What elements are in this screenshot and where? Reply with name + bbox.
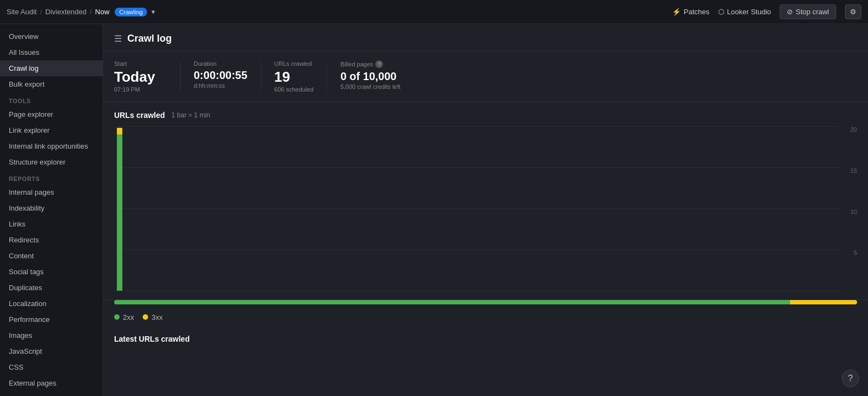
sidebar-item-internal-link-opp[interactable]: Internal link opportunities xyxy=(0,138,103,154)
sidebar-item-internal-pages[interactable]: Internal pages xyxy=(0,184,103,200)
breadcrumb: Site Audit / Diviextended / Now Crawling… xyxy=(7,8,155,16)
sidebar-item-external-pages[interactable]: External pages xyxy=(0,375,103,391)
stat-duration: Duration 0:00:00:55 d:hh:mm:ss xyxy=(180,60,261,93)
grid-line-0 xyxy=(114,291,839,291)
legend-dot-2xx xyxy=(114,314,120,320)
stat-start-label: Start xyxy=(114,60,167,67)
content-area: ☰ Crawl log Start Today 07:19 PM Duratio… xyxy=(103,24,868,396)
stat-duration-sub: d:hh:mm:ss xyxy=(194,82,247,89)
chart-subtitle: 1 bar = 1 min xyxy=(172,111,210,119)
legend-label-2xx: 2xx xyxy=(123,313,134,321)
stats-row: Start Today 07:19 PM Duration 0:00:00:55… xyxy=(103,52,868,102)
sidebar-item-performance[interactable]: Performance xyxy=(0,312,103,327)
bar-green xyxy=(117,134,122,291)
info-icon[interactable]: ? xyxy=(375,60,383,68)
chart-y-labels: 20 15 10 5 xyxy=(841,126,857,291)
content-header: ☰ Crawl log xyxy=(103,24,868,52)
breadcrumb-current: Now xyxy=(95,8,109,16)
sidebar-item-css[interactable]: CSS xyxy=(0,359,103,375)
stop-crawl-button[interactable]: ⊘ Stop crawl xyxy=(780,4,836,19)
sidebar-item-crawl-log[interactable]: Crawl log xyxy=(0,60,103,76)
sidebar-item-indexability[interactable]: Indexability xyxy=(0,200,103,216)
page-title: Crawl log xyxy=(127,33,172,44)
lightning-icon: ⚡ xyxy=(672,8,681,16)
bar-yellow xyxy=(117,128,122,134)
bar-group-1 xyxy=(116,126,123,291)
stat-start-value: Today xyxy=(114,69,167,85)
main-layout: Overview All Issues Crawl log Bulk expor… xyxy=(0,24,868,396)
question-mark-icon: ? xyxy=(848,374,853,383)
sidebar-item-social-tags[interactable]: Social tags xyxy=(0,264,103,280)
sidebar-item-overview[interactable]: Overview xyxy=(0,29,103,44)
header-right: ⚡ Patches ⬡ Looker Studio ⊘ Stop crawl ⚙ xyxy=(672,4,861,19)
y-label-10: 10 xyxy=(841,208,857,215)
hamburger-icon[interactable]: ☰ xyxy=(114,33,122,44)
stat-urls-sub: 606 scheduled xyxy=(274,86,314,93)
legend: 2xx 3xx xyxy=(103,309,868,326)
progress-bar xyxy=(114,300,857,304)
chart-section: URLs crawled 1 bar = 1 min xyxy=(103,102,868,300)
legend-label-3xx: 3xx xyxy=(151,313,162,321)
sidebar-item-link-explorer[interactable]: Link explorer xyxy=(0,122,103,138)
stat-urls-crawled: URLs crawled 19 606 scheduled xyxy=(261,60,327,93)
breadcrumb-site-audit[interactable]: Site Audit xyxy=(7,8,37,16)
looker-label: Looker Studio xyxy=(727,8,771,16)
sidebar-item-content[interactable]: Content xyxy=(0,248,103,264)
legend-dot-3xx xyxy=(143,314,148,320)
crawling-dropdown-arrow[interactable]: ▾ xyxy=(151,8,155,16)
tools-section-label: Tools xyxy=(0,92,103,106)
stat-urls-value: 19 xyxy=(274,69,314,85)
sidebar-item-all-issues[interactable]: All Issues xyxy=(0,44,103,60)
y-label-20: 20 xyxy=(841,126,857,133)
sidebar-item-links[interactable]: Links xyxy=(0,216,103,232)
sidebar-item-localization[interactable]: Localization xyxy=(0,296,103,312)
sidebar-item-page-explorer[interactable]: Page explorer xyxy=(0,106,103,122)
reports-section-label: Reports xyxy=(0,170,103,184)
progress-bar-section xyxy=(103,300,868,309)
y-label-5: 5 xyxy=(841,250,857,256)
chart-header: URLs crawled 1 bar = 1 min xyxy=(114,111,857,120)
looker-icon: ⬡ xyxy=(718,8,724,16)
stat-urls-label: URLs crawled xyxy=(274,60,314,67)
sidebar-item-javascript[interactable]: JavaScript xyxy=(0,343,103,359)
sidebar-item-duplicates[interactable]: Duplicates xyxy=(0,280,103,296)
stat-start-sub: 07:19 PM xyxy=(114,86,167,93)
breadcrumb-sep2: / xyxy=(90,8,92,16)
stat-billed-sub: 5,000 crawl credits left xyxy=(340,83,400,90)
sidebar-item-bulk-export[interactable]: Bulk export xyxy=(0,76,103,92)
progress-yellow xyxy=(790,300,857,304)
sidebar-item-structure-explorer[interactable]: Structure explorer xyxy=(0,154,103,170)
patches-label: Patches xyxy=(684,8,709,16)
help-button[interactable]: ? xyxy=(842,370,859,387)
stat-duration-label: Duration xyxy=(194,60,247,67)
chart-title: URLs crawled xyxy=(114,111,165,120)
gear-icon: ⚙ xyxy=(850,8,856,16)
looker-studio-button[interactable]: ⬡ Looker Studio xyxy=(718,8,771,16)
stat-billed-pages: Billed pages ? 0 of 10,000 5,000 crawl c… xyxy=(326,60,413,93)
stat-billed-label: Billed pages ? xyxy=(340,60,400,68)
sidebar-item-redirects[interactable]: Redirects xyxy=(0,232,103,248)
stat-duration-value: 0:00:00:55 xyxy=(194,69,247,81)
sidebar-item-images[interactable]: Images xyxy=(0,327,103,343)
latest-urls-title: Latest URLs crawled xyxy=(114,335,857,343)
stat-billed-value: 0 of 10,000 xyxy=(340,70,400,82)
sidebar: Overview All Issues Crawl log Bulk expor… xyxy=(0,24,103,396)
legend-item-3xx: 3xx xyxy=(143,313,162,321)
breadcrumb-project[interactable]: Diviextended xyxy=(46,8,87,16)
crawling-badge: Crawling xyxy=(115,8,147,16)
stop-crawl-label: Stop crawl xyxy=(796,8,829,16)
stop-icon: ⊘ xyxy=(787,8,793,16)
y-label-15: 15 xyxy=(841,167,857,174)
progress-green xyxy=(114,300,790,304)
settings-button[interactable]: ⚙ xyxy=(845,4,861,19)
patches-button[interactable]: ⚡ Patches xyxy=(672,8,709,16)
latest-urls-section: Latest URLs crawled xyxy=(103,326,868,348)
stat-start: Start Today 07:19 PM xyxy=(114,60,180,93)
breadcrumb-sep1: / xyxy=(40,8,42,16)
chart-container: 20 15 10 5 xyxy=(114,126,857,291)
app-header: Site Audit / Diviextended / Now Crawling… xyxy=(0,0,868,24)
chart-bars xyxy=(114,126,839,291)
legend-item-2xx: 2xx xyxy=(114,313,134,321)
